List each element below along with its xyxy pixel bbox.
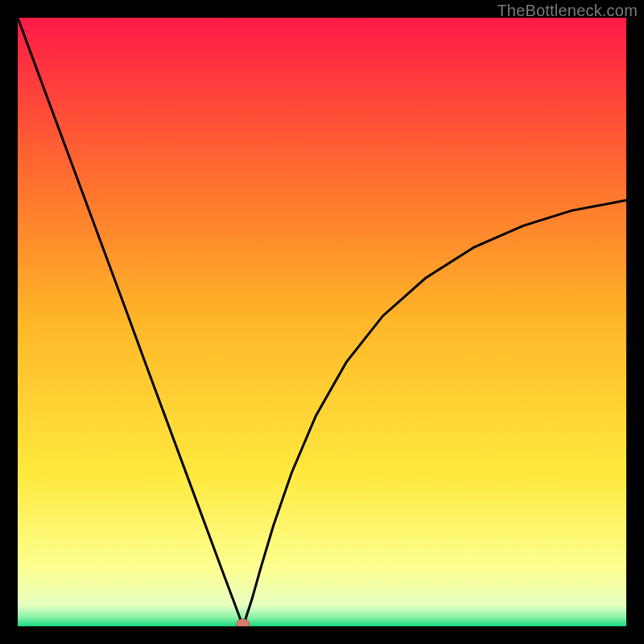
chart-svg [18, 18, 626, 626]
gradient-background [18, 18, 626, 626]
chart-frame: TheBottleneck.com [0, 0, 644, 644]
optimal-point-marker [237, 619, 250, 626]
plot-area [18, 18, 626, 626]
